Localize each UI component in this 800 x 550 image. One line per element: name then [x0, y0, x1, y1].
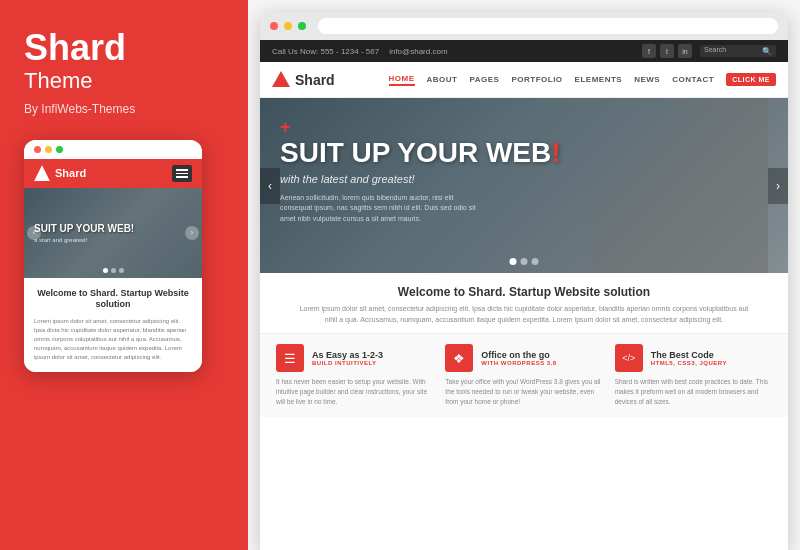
feature-text-3: Shard is written with best code practice…	[615, 377, 772, 406]
nav-contact[interactable]: CONTACT	[672, 75, 714, 84]
mobile-slide-dot-1	[103, 268, 108, 273]
mobile-top-bar	[24, 140, 202, 159]
hero-slide-dots	[510, 258, 539, 265]
feature-badge-3: HTML5, CSS3, JQUERY	[651, 360, 727, 366]
mobile-dot-yellow	[45, 146, 52, 153]
mobile-hamburger-icon[interactable]	[172, 165, 192, 182]
feature-icon-3: </>	[615, 344, 643, 372]
brand-title: Shard	[24, 30, 126, 66]
browser-dot-red	[270, 22, 278, 30]
mobile-mockup: Shard ‹ SUIT UP YOUR WEB! a start and gr…	[24, 140, 202, 372]
hero-next-button[interactable]: ›	[768, 168, 788, 204]
feature-badge-2: WITH WORDPRESS 3.8	[481, 360, 556, 366]
site-nav-links: HOME ABOUT PAGES PORTFOLIO ELEMENTS NEWS…	[389, 73, 776, 86]
site-topbar: Call Us Now: 555 - 1234 - 567 info@shard…	[260, 40, 788, 62]
feature-title-2: Office on the go	[481, 350, 556, 360]
browser-body: Call Us Now: 555 - 1234 - 567 info@shard…	[260, 40, 788, 550]
mobile-hero: ‹ SUIT UP YOUR WEB! a start and greatest…	[24, 188, 202, 278]
nav-home[interactable]: HOME	[389, 74, 415, 86]
topbar-left: Call Us Now: 555 - 1234 - 567 info@shard…	[272, 47, 448, 56]
social-icons: f t in	[642, 44, 692, 58]
browser-address-bar[interactable]	[318, 18, 778, 34]
search-bar[interactable]: Search 🔍	[700, 45, 776, 57]
hero-slide-dot-3	[532, 258, 539, 265]
site-navbar: Shard HOME ABOUT PAGES PORTFOLIO ELEMENT…	[260, 62, 788, 98]
mobile-welcome-title: Welcome to Shard. Startup Website soluti…	[34, 288, 192, 311]
site-hero: ‹ + SUIT UP YOUR WEB! with the latest an…	[260, 98, 788, 273]
feature-title-area-3: The Best Code HTML5, CSS3, JQUERY	[651, 350, 727, 366]
feature-card-3: </> The Best Code HTML5, CSS3, JQUERY Sh…	[615, 344, 772, 406]
site-logo: Shard	[272, 71, 335, 89]
mobile-slide-dots	[24, 268, 202, 273]
browser-dot-yellow	[284, 22, 292, 30]
site-logo-icon	[272, 71, 290, 89]
mobile-next-button[interactable]: ›	[185, 226, 199, 240]
search-icon[interactable]: 🔍	[762, 47, 772, 56]
feature-card-1: ☰ As Easy as 1-2-3 BUILD INTUITIVELY It …	[276, 344, 433, 406]
mobile-navbar: Shard	[24, 159, 202, 188]
hero-slide-dot-1	[510, 258, 517, 265]
mobile-logo-icon	[34, 165, 50, 181]
mobile-logo-area: Shard	[34, 165, 86, 181]
nav-about[interactable]: ABOUT	[427, 75, 458, 84]
feature-text-2: Take your office with you! WordPress 3.8…	[445, 377, 602, 406]
feature-header-3: </> The Best Code HTML5, CSS3, JQUERY	[615, 344, 772, 372]
right-panel: Call Us Now: 555 - 1234 - 567 info@shard…	[248, 0, 800, 550]
feature-text-1: It has never been easier to setup your w…	[276, 377, 433, 406]
twitter-icon[interactable]: t	[660, 44, 674, 58]
mobile-slide-dot-3	[119, 268, 124, 273]
mobile-dot-red	[34, 146, 41, 153]
hero-prev-button[interactable]: ‹	[260, 168, 280, 204]
feature-icon-1: ☰	[276, 344, 304, 372]
feature-icon-2: ❖	[445, 344, 473, 372]
browser-chrome	[260, 12, 788, 40]
browser-dot-green	[298, 22, 306, 30]
nav-click-me[interactable]: CLICK ME	[726, 73, 776, 86]
feature-badge-1: BUILD INTUITIVELY	[312, 360, 383, 366]
feature-card-2: ❖ Office on the go WITH WORDPRESS 3.8 Ta…	[445, 344, 602, 406]
hero-main-title: SUIT UP YOUR WEB!	[280, 138, 768, 169]
hero-exclaim: !	[551, 137, 560, 168]
mobile-slide-dot-2	[111, 268, 116, 273]
feature-title-area-1: As Easy as 1-2-3 BUILD INTUITIVELY	[312, 350, 383, 366]
search-input-label: Search	[704, 46, 759, 56]
facebook-icon[interactable]: f	[642, 44, 656, 58]
welcome-text: Lorem ipsum dolor sit amet, consectetur …	[294, 303, 754, 325]
brand-by: By InfiWebs-Themes	[24, 102, 135, 116]
browser-mockup: Call Us Now: 555 - 1234 - 567 info@shard…	[260, 12, 788, 550]
hero-plus-icon: +	[280, 118, 768, 136]
welcome-section: Welcome to Shard. Startup Website soluti…	[260, 273, 788, 334]
topbar-right: f t in Search 🔍	[642, 44, 776, 58]
feature-header-2: ❖ Office on the go WITH WORDPRESS 3.8	[445, 344, 602, 372]
mobile-logo-text: Shard	[55, 167, 86, 179]
feature-title-3: The Best Code	[651, 350, 727, 360]
nav-elements[interactable]: ELEMENTS	[575, 75, 623, 84]
topbar-email: info@shard.com	[389, 47, 447, 56]
mobile-hero-title: SUIT UP YOUR WEB!	[34, 223, 134, 235]
linkedin-icon[interactable]: in	[678, 44, 692, 58]
feature-title-area-2: Office on the go WITH WORDPRESS 3.8	[481, 350, 556, 366]
features-section: ☰ As Easy as 1-2-3 BUILD INTUITIVELY It …	[260, 334, 788, 416]
brand-subtitle: Theme	[24, 68, 92, 94]
mobile-content: Welcome to Shard. Startup Website soluti…	[24, 278, 202, 372]
logo-triangle	[272, 71, 290, 87]
feature-header-1: ☰ As Easy as 1-2-3 BUILD INTUITIVELY	[276, 344, 433, 372]
mobile-dot-green	[56, 146, 63, 153]
site-logo-text: Shard	[295, 72, 335, 88]
hero-content: + SUIT UP YOUR WEB! with the latest and …	[260, 98, 788, 244]
mobile-hero-text: SUIT UP YOUR WEB! a start and greatest!	[24, 215, 144, 251]
hero-desc: Aenean sollicitudin, lorem quis bibendum…	[280, 193, 480, 225]
left-panel: Shard Theme By InfiWebs-Themes Shard ‹ S…	[0, 0, 248, 550]
mobile-hero-sub: a start and greatest!	[34, 237, 134, 243]
nav-news[interactable]: NEWS	[634, 75, 660, 84]
mobile-prev-button[interactable]: ‹	[27, 226, 41, 240]
welcome-title: Welcome to Shard. Startup Website soluti…	[280, 285, 768, 299]
topbar-phone: Call Us Now: 555 - 1234 - 567	[272, 47, 379, 56]
hero-slide-dot-2	[521, 258, 528, 265]
mobile-welcome-text: Lorem ipsum dolor sit amet, consectetur …	[34, 317, 192, 362]
nav-pages[interactable]: PAGES	[469, 75, 499, 84]
hero-subtitle: with the latest and greatest!	[280, 173, 768, 185]
nav-portfolio[interactable]: PORTFOLIO	[511, 75, 562, 84]
feature-title-1: As Easy as 1-2-3	[312, 350, 383, 360]
